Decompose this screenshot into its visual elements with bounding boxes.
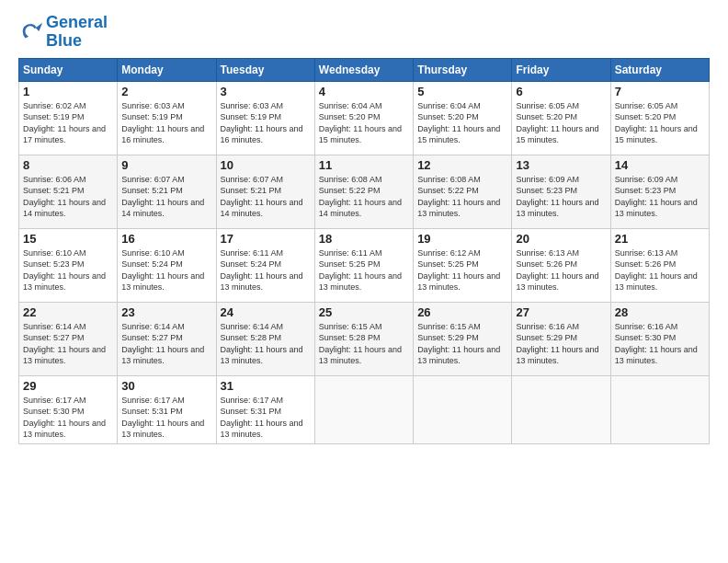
calendar-cell: 31Sunrise: 6:17 AMSunset: 5:31 PMDayligh…: [216, 375, 314, 443]
day-info: Sunrise: 6:05 AMSunset: 5:20 PMDaylight:…: [516, 100, 606, 146]
day-number: 22: [23, 305, 113, 319]
calendar-cell: 15Sunrise: 6:10 AMSunset: 5:23 PMDayligh…: [19, 228, 118, 302]
day-number: 11: [319, 158, 409, 172]
calendar-cell: 28Sunrise: 6:16 AMSunset: 5:30 PMDayligh…: [610, 302, 709, 375]
calendar-week-4: 22Sunrise: 6:14 AMSunset: 5:27 PMDayligh…: [19, 302, 710, 375]
weekday-header-row: SundayMondayTuesdayWednesdayThursdayFrid…: [19, 58, 710, 81]
day-info: Sunrise: 6:13 AMSunset: 5:26 PMDaylight:…: [615, 247, 705, 293]
day-info: Sunrise: 6:11 AMSunset: 5:24 PMDaylight:…: [221, 247, 311, 293]
calendar-cell: 8Sunrise: 6:06 AMSunset: 5:21 PMDaylight…: [19, 155, 118, 228]
calendar-cell: 16Sunrise: 6:10 AMSunset: 5:24 PMDayligh…: [118, 228, 216, 302]
calendar-cell: 2Sunrise: 6:03 AMSunset: 5:19 PMDaylight…: [118, 81, 216, 155]
day-info: Sunrise: 6:03 AMSunset: 5:19 PMDaylight:…: [121, 100, 211, 146]
calendar-cell: 14Sunrise: 6:09 AMSunset: 5:23 PMDayligh…: [610, 155, 709, 228]
logo-icon: [18, 19, 44, 45]
calendar-cell: 17Sunrise: 6:11 AMSunset: 5:24 PMDayligh…: [216, 228, 314, 302]
day-number: 4: [319, 85, 409, 98]
day-number: 10: [221, 158, 311, 172]
day-info: Sunrise: 6:07 AMSunset: 5:21 PMDaylight:…: [221, 174, 311, 220]
calendar-cell: 3Sunrise: 6:03 AMSunset: 5:19 PMDaylight…: [216, 81, 314, 155]
day-number: 16: [121, 232, 211, 246]
day-number: 31: [221, 379, 311, 393]
calendar-cell: 7Sunrise: 6:05 AMSunset: 5:20 PMDaylight…: [610, 81, 709, 155]
weekday-header-friday: Friday: [512, 58, 610, 81]
day-number: 1: [23, 85, 113, 98]
calendar-cell: 1Sunrise: 6:02 AMSunset: 5:19 PMDaylight…: [19, 81, 118, 155]
day-number: 26: [417, 305, 507, 319]
day-number: 12: [417, 158, 507, 172]
weekday-header-sunday: Sunday: [19, 58, 118, 81]
calendar-week-1: 1Sunrise: 6:02 AMSunset: 5:19 PMDaylight…: [19, 81, 710, 155]
day-info: Sunrise: 6:16 AMSunset: 5:30 PMDaylight:…: [615, 321, 705, 367]
calendar-cell: 13Sunrise: 6:09 AMSunset: 5:23 PMDayligh…: [512, 155, 610, 228]
day-info: Sunrise: 6:08 AMSunset: 5:22 PMDaylight:…: [417, 174, 507, 220]
day-number: 20: [516, 232, 606, 246]
weekday-header-thursday: Thursday: [414, 58, 512, 81]
day-number: 5: [417, 85, 507, 98]
day-number: 3: [221, 85, 311, 98]
calendar-cell: [314, 375, 413, 443]
day-info: Sunrise: 6:12 AMSunset: 5:25 PMDaylight:…: [417, 247, 507, 293]
day-number: 2: [121, 85, 211, 98]
day-number: 13: [516, 158, 606, 172]
day-number: 6: [516, 85, 606, 98]
calendar-week-5: 29Sunrise: 6:17 AMSunset: 5:30 PMDayligh…: [19, 375, 710, 443]
weekday-header-saturday: Saturday: [610, 58, 709, 81]
day-info: Sunrise: 6:17 AMSunset: 5:30 PMDaylight:…: [23, 395, 113, 441]
day-info: Sunrise: 6:17 AMSunset: 5:31 PMDaylight:…: [121, 395, 211, 441]
day-info: Sunrise: 6:08 AMSunset: 5:22 PMDaylight:…: [319, 174, 409, 220]
day-info: Sunrise: 6:14 AMSunset: 5:27 PMDaylight:…: [23, 321, 113, 367]
calendar-cell: 5Sunrise: 6:04 AMSunset: 5:20 PMDaylight…: [414, 81, 512, 155]
day-number: 7: [615, 85, 705, 98]
calendar-cell: 30Sunrise: 6:17 AMSunset: 5:31 PMDayligh…: [118, 375, 216, 443]
svg-rect-0: [18, 19, 44, 45]
calendar-cell: 18Sunrise: 6:11 AMSunset: 5:25 PMDayligh…: [314, 228, 413, 302]
day-info: Sunrise: 6:06 AMSunset: 5:21 PMDaylight:…: [23, 174, 113, 220]
day-number: 27: [516, 305, 606, 319]
day-number: 29: [23, 379, 113, 393]
day-info: Sunrise: 6:04 AMSunset: 5:20 PMDaylight:…: [417, 100, 507, 146]
day-number: 21: [615, 232, 705, 246]
calendar-cell: 11Sunrise: 6:08 AMSunset: 5:22 PMDayligh…: [314, 155, 413, 228]
day-number: 19: [417, 232, 507, 246]
calendar-cell: 26Sunrise: 6:15 AMSunset: 5:29 PMDayligh…: [414, 302, 512, 375]
day-info: Sunrise: 6:07 AMSunset: 5:21 PMDaylight:…: [121, 174, 211, 220]
day-info: Sunrise: 6:04 AMSunset: 5:20 PMDaylight:…: [319, 100, 409, 146]
header: General Blue: [18, 14, 710, 51]
day-number: 8: [23, 158, 113, 172]
day-info: Sunrise: 6:05 AMSunset: 5:20 PMDaylight:…: [615, 100, 705, 146]
calendar-cell: 9Sunrise: 6:07 AMSunset: 5:21 PMDaylight…: [118, 155, 216, 228]
day-info: Sunrise: 6:17 AMSunset: 5:31 PMDaylight:…: [221, 395, 311, 441]
day-number: 15: [23, 232, 113, 246]
calendar-cell: 25Sunrise: 6:15 AMSunset: 5:28 PMDayligh…: [314, 302, 413, 375]
day-info: Sunrise: 6:16 AMSunset: 5:29 PMDaylight:…: [516, 321, 606, 367]
calendar-cell: 6Sunrise: 6:05 AMSunset: 5:20 PMDaylight…: [512, 81, 610, 155]
day-number: 18: [319, 232, 409, 246]
day-number: 23: [121, 305, 211, 319]
calendar-cell: [512, 375, 610, 443]
calendar-cell: [414, 375, 512, 443]
calendar-cell: [610, 375, 709, 443]
weekday-header-wednesday: Wednesday: [314, 58, 413, 81]
calendar-cell: 10Sunrise: 6:07 AMSunset: 5:21 PMDayligh…: [216, 155, 314, 228]
day-number: 28: [615, 305, 705, 319]
calendar-week-3: 15Sunrise: 6:10 AMSunset: 5:23 PMDayligh…: [19, 228, 710, 302]
day-info: Sunrise: 6:15 AMSunset: 5:29 PMDaylight:…: [417, 321, 507, 367]
page: General Blue SundayMondayTuesdayWednesda…: [0, 0, 728, 563]
day-number: 25: [319, 305, 409, 319]
day-info: Sunrise: 6:10 AMSunset: 5:23 PMDaylight:…: [23, 247, 113, 293]
day-info: Sunrise: 6:14 AMSunset: 5:28 PMDaylight:…: [221, 321, 311, 367]
calendar-cell: 4Sunrise: 6:04 AMSunset: 5:20 PMDaylight…: [314, 81, 413, 155]
logo: General Blue: [18, 14, 108, 51]
calendar-cell: 29Sunrise: 6:17 AMSunset: 5:30 PMDayligh…: [19, 375, 118, 443]
calendar-cell: 27Sunrise: 6:16 AMSunset: 5:29 PMDayligh…: [512, 302, 610, 375]
calendar-cell: 23Sunrise: 6:14 AMSunset: 5:27 PMDayligh…: [118, 302, 216, 375]
calendar-cell: 12Sunrise: 6:08 AMSunset: 5:22 PMDayligh…: [414, 155, 512, 228]
day-info: Sunrise: 6:02 AMSunset: 5:19 PMDaylight:…: [23, 100, 113, 146]
day-info: Sunrise: 6:09 AMSunset: 5:23 PMDaylight:…: [516, 174, 606, 220]
calendar-cell: 20Sunrise: 6:13 AMSunset: 5:26 PMDayligh…: [512, 228, 610, 302]
weekday-header-tuesday: Tuesday: [216, 58, 314, 81]
calendar-cell: 22Sunrise: 6:14 AMSunset: 5:27 PMDayligh…: [19, 302, 118, 375]
day-info: Sunrise: 6:13 AMSunset: 5:26 PMDaylight:…: [516, 247, 606, 293]
day-info: Sunrise: 6:03 AMSunset: 5:19 PMDaylight:…: [221, 100, 311, 146]
